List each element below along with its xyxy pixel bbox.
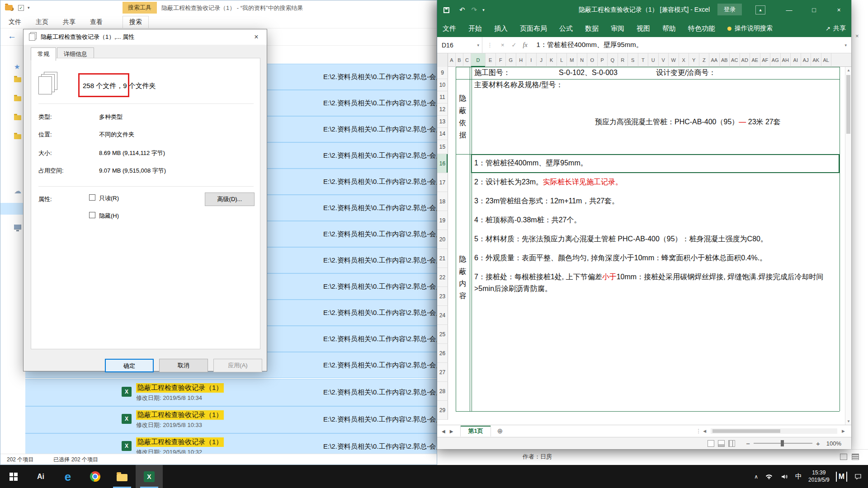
row-header-28[interactable]: 28 xyxy=(437,382,448,401)
result-file-name: 隐蔽工程检查验收记录（1） xyxy=(136,437,224,447)
scroll-down-icon[interactable]: ▼ xyxy=(845,419,851,423)
search-result-item[interactable]: X隐蔽工程检查验收记录（1）修改日期: 2019/5/8 10:33E:\2.资… xyxy=(25,406,437,433)
readonly-checkbox[interactable] xyxy=(89,194,95,201)
text-segment: 实际桩长详见施工记录。 xyxy=(543,178,623,186)
row-header-26[interactable]: 26 xyxy=(437,344,448,363)
action-center-icon[interactable] xyxy=(854,473,863,481)
row-header-19[interactable]: 19 xyxy=(437,211,448,230)
row-header-9[interactable]: 9 xyxy=(437,67,448,79)
row-header-29[interactable]: 29 xyxy=(437,401,448,420)
list-view-icon[interactable] xyxy=(852,454,859,460)
taskbar-file-explorer[interactable] xyxy=(108,465,136,488)
column-header-B[interactable]: B xyxy=(456,53,463,67)
file-path: E:\2.资料员相关\0.工作内容\2.郭总-会展 xyxy=(323,73,437,81)
taskbar-app-ai[interactable]: Ai xyxy=(27,465,54,488)
row-header-14[interactable]: 14 xyxy=(437,128,448,140)
row-header-16[interactable]: 16 xyxy=(437,154,448,173)
text-segment: 3：23m管桩组合形式：12m+11m，共27套。 xyxy=(474,197,619,205)
horizontal-scroll-thumb[interactable] xyxy=(712,429,780,433)
vertical-scrollbar[interactable]: ▲ ▼ xyxy=(845,67,851,425)
explorer-tab-搜索[interactable]: 搜索 xyxy=(123,16,149,28)
advanced-button[interactable]: 高级(D)... xyxy=(205,192,255,206)
tray-app-logo-icon[interactable]: M xyxy=(836,472,847,482)
tabbar-overflow-icon[interactable]: ⋮ xyxy=(696,428,701,434)
hscroll-left-icon[interactable]: ◀ xyxy=(703,429,706,433)
normal-view-icon[interactable] xyxy=(708,440,714,447)
sheet-prev-icon[interactable]: ◀ xyxy=(442,429,445,434)
row-header-11[interactable]: 11 xyxy=(437,91,448,103)
back-button[interactable]: ← xyxy=(8,31,16,41)
search-tools-context-tab[interactable]: 搜索工具 xyxy=(123,2,157,14)
row-header-22[interactable]: 22 xyxy=(437,268,448,287)
explorer-tab-共享[interactable]: 共享 xyxy=(57,16,82,28)
zoom-slider[interactable] xyxy=(754,443,812,444)
sheet-next-icon[interactable]: ▶ xyxy=(450,429,453,434)
zoom-slider-thumb[interactable] xyxy=(781,440,784,446)
onedrive-cloud-icon[interactable]: ☁ xyxy=(14,187,21,195)
excel-tab-文件[interactable]: 文件 xyxy=(443,24,456,33)
row-header-12[interactable]: 12 xyxy=(437,103,448,116)
ime-indicator[interactable]: 中 xyxy=(795,472,802,481)
row-header-24[interactable]: 24 xyxy=(437,306,448,325)
dialog-close-button[interactable]: × xyxy=(246,29,267,44)
properties-dialog: 隐蔽工程检查验收记录（1）,... 属性 × 常规 详细信息 258 个文件，9… xyxy=(23,29,267,371)
row-header-13[interactable]: 13 xyxy=(437,116,448,128)
explorer-tab-主页[interactable]: 主页 xyxy=(29,16,55,28)
explorer-tab-文件[interactable]: 文件 xyxy=(2,16,28,28)
cancel-button[interactable]: 取消 xyxy=(159,359,208,372)
save-icon[interactable] xyxy=(443,7,449,13)
row-header-15[interactable]: 15 xyxy=(437,140,448,154)
file-path: E:\2.资料员相关\0.工作内容\2.郭总-会展 xyxy=(323,256,437,265)
row-header-21[interactable]: 21 xyxy=(437,249,448,268)
row-header-25[interactable]: 25 xyxy=(437,325,448,344)
new-sheet-icon[interactable]: ⊕ xyxy=(497,427,503,435)
hidden-icons-chevron[interactable]: ∧ xyxy=(754,474,758,480)
zoom-level[interactable]: 100% xyxy=(826,440,841,447)
quick-access-star-icon[interactable]: ★ xyxy=(14,63,20,71)
horizontal-scrollbar[interactable] xyxy=(711,428,837,434)
column-header-C[interactable]: C xyxy=(463,53,471,67)
row-header-18[interactable]: 18 xyxy=(437,192,448,211)
column-header-A[interactable]: A xyxy=(448,53,456,67)
taskbar-edge[interactable]: e xyxy=(54,465,81,488)
clock[interactable]: 15:39 2019/5/9 xyxy=(808,469,830,483)
tab-general[interactable]: 常规 xyxy=(31,47,56,61)
taskbar-chrome[interactable] xyxy=(81,465,108,488)
sheet-tab[interactable]: 第1页 xyxy=(460,426,491,436)
search-result-item[interactable]: X隐蔽工程检查验收记录（1）修改日期: 2019/5/8 10:34E:\2.资… xyxy=(25,379,437,406)
quick-access-properties-icon[interactable]: ✓ xyxy=(18,5,24,11)
zoom-in-icon[interactable]: + xyxy=(816,440,820,447)
volume-icon[interactable] xyxy=(780,473,789,481)
pinned-folder-icon[interactable] xyxy=(14,96,21,101)
background-window-right-sliver: × xyxy=(851,0,868,465)
page-break-view-icon[interactable] xyxy=(728,440,735,447)
select-all-corner[interactable] xyxy=(437,53,448,67)
row-header-27[interactable]: 27 xyxy=(437,363,448,382)
hscroll-right-icon[interactable]: ▶ xyxy=(842,429,845,433)
vertical-scroll-thumb[interactable] xyxy=(846,75,850,134)
pinned-folder-icon[interactable] xyxy=(14,77,21,82)
start-button[interactable] xyxy=(0,465,27,488)
ok-button[interactable]: 确定 xyxy=(105,359,154,372)
row-header-20[interactable]: 20 xyxy=(437,230,448,249)
dialog-titlebar[interactable]: 隐蔽工程检查验收记录（1）,... 属性 × xyxy=(24,29,267,45)
row-header-10[interactable]: 10 xyxy=(437,79,448,91)
taskbar-excel[interactable]: X xyxy=(136,465,163,488)
scroll-up-icon[interactable]: ▲ xyxy=(845,68,851,72)
zoom-out-icon[interactable]: − xyxy=(746,440,750,447)
network-icon[interactable] xyxy=(764,473,774,481)
explorer-tab-查看[interactable]: 查看 xyxy=(84,16,109,28)
pinned-folder-icon[interactable] xyxy=(14,115,21,120)
pinned-folder-icon[interactable] xyxy=(14,134,21,139)
network-drive-icon[interactable] xyxy=(14,225,21,229)
hidden-checkbox[interactable] xyxy=(89,212,95,218)
quick-access-dropdown-icon[interactable]: ▾ xyxy=(28,5,30,10)
explorer-titlebar[interactable]: ✓ ▾ 搜索工具 隐蔽工程检查验收记录（1） - “我的资料”中的搜索结果 xyxy=(0,0,437,15)
form-content-items: 1：管桩桩径400mm、壁厚95mm。2：设计桩长为23m。实际桩长详见施工记录… xyxy=(474,0,839,425)
row-header-23[interactable]: 23 xyxy=(437,287,448,306)
undo-icon[interactable]: ↶ xyxy=(459,6,465,14)
formula-bar-expand-icon[interactable]: ▾ xyxy=(844,43,847,47)
details-view-icon[interactable] xyxy=(840,454,847,460)
page-layout-view-icon[interactable] xyxy=(718,440,725,447)
row-header-17[interactable]: 17 xyxy=(437,173,448,192)
